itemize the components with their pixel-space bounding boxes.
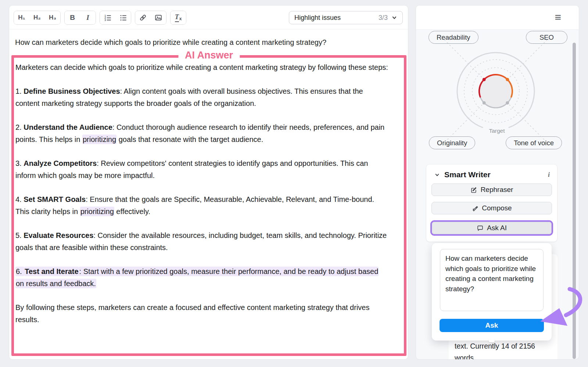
highlight-issues-label: Highlight issues [294, 14, 379, 22]
svg-text:3: 3 [105, 19, 106, 21]
ask-ai-highlight-outline: Ask AI [430, 220, 553, 236]
text-run: 1. [15, 87, 24, 95]
clear-format-group: Tx [170, 11, 186, 25]
text-run: effectively. [114, 207, 150, 215]
link-button[interactable] [135, 11, 151, 24]
chat-bubble-icon [477, 225, 484, 232]
emphasis-button-group: B I [64, 11, 96, 25]
rephraser-label: Rephraser [481, 186, 513, 194]
image-icon [155, 14, 162, 21]
text-run: Understand the Audience [24, 123, 112, 131]
assistant-sidebar: ≡ Readability SEO Originality Tone of vo… [416, 5, 579, 360]
info-icon[interactable]: i [548, 171, 550, 179]
ask-ai-popup: How can marketers decide which goals to … [432, 243, 552, 341]
editor-toolbar: H₁ H₂ H₃ B I 1 2 3 [9, 6, 408, 29]
menu-icon[interactable]: ≡ [555, 11, 561, 24]
seo-score-dot [506, 78, 509, 81]
italic-button[interactable]: I [80, 11, 96, 24]
text-run: Define Business Objectives [24, 87, 120, 95]
sidebar-header: ≡ [416, 6, 579, 30]
popup-notch [489, 339, 495, 342]
paragraph: 4. Set SMART Goals: Ensure that the goal… [15, 193, 388, 218]
insert-button-group [135, 11, 166, 25]
clear-formatting-icon: T [175, 13, 179, 22]
compose-label: Compose [482, 204, 512, 212]
highlight-issues-dropdown[interactable]: Highlight issues 3/3 [289, 11, 403, 24]
text-run: Marketers can decide which goals to prio… [15, 63, 388, 71]
smart-writer-title: Smart Writer [444, 170, 491, 179]
word-count-note: text. Currently 14 of 2156 words. [455, 340, 551, 360]
h2-button[interactable]: H₂ [29, 11, 45, 24]
ask-ai-label: Ask AI [487, 224, 507, 232]
ask-ai-button[interactable]: Ask AI [432, 222, 552, 234]
italic-icon: I [86, 14, 89, 22]
text-run: goals that resonate with the target audi… [116, 135, 263, 143]
text-run: 3. [15, 159, 24, 167]
paragraph: 3. Analyze Competitors: Review competito… [15, 157, 388, 182]
bold-button[interactable]: B [65, 11, 80, 24]
text-run: 2. [15, 123, 24, 131]
format-button-groups: H₁ H₂ H₃ B I 1 2 3 [14, 11, 186, 25]
originality-score-dot [483, 101, 486, 104]
sidebar-scrollbar[interactable] [573, 43, 576, 359]
text-run: 6. [15, 267, 24, 276]
unordered-list-button[interactable] [115, 11, 131, 24]
text-run: prioritizing [82, 135, 116, 144]
heading-button-group: H₁ H₂ H₃ [14, 11, 61, 25]
h1-button[interactable]: H₁ [14, 11, 29, 24]
paragraph: By following these steps, marketers can … [15, 302, 388, 326]
chevron-down-icon [391, 15, 397, 21]
text-run: Set SMART Goals [24, 195, 86, 203]
ordered-list-icon: 1 2 3 [104, 14, 111, 21]
smart-writer-card: Smart Writer i Rephraser Compose As [426, 164, 557, 242]
ai-answer-paragraphs: Marketers can decide which goals to prio… [15, 61, 388, 326]
paragraph: Marketers can decide which goals to prio… [15, 61, 388, 74]
highlight-issues-count: 3/3 [379, 14, 388, 22]
compose-icon [472, 205, 478, 212]
list-button-group: 1 2 3 [100, 11, 131, 25]
rephraser-button[interactable]: Rephraser [431, 184, 552, 196]
paragraph: 6. Test and Iterate: Start with a few pr… [15, 266, 388, 290]
text-run: Evaluate Resources [24, 231, 93, 239]
paragraph: 5. Evaluate Resources: Consider the avai… [15, 229, 388, 254]
editor-panel: H₁ H₂ H₃ B I 1 2 3 [9, 5, 408, 360]
unordered-list-icon [119, 14, 127, 21]
ask-submit-button[interactable]: Ask [440, 319, 544, 332]
text-run: Test and Iterate [24, 267, 79, 276]
image-button[interactable] [151, 11, 166, 24]
link-icon [139, 14, 147, 21]
paragraph: 2. Understand the Audience: Conduct thor… [15, 121, 388, 146]
ordered-list-button[interactable]: 1 2 3 [100, 11, 115, 24]
document-question: How can marketers decide which goals to … [15, 37, 402, 48]
tone-score-dot [506, 101, 509, 104]
readability-score-dot [483, 78, 486, 81]
compose-button[interactable]: Compose [431, 202, 552, 214]
text-run: 4. [15, 195, 24, 203]
smart-writer-header[interactable]: Smart Writer i [426, 164, 557, 184]
text-run: prioritizing [80, 207, 114, 216]
ask-question-input[interactable]: How can marketers decide which goals to … [440, 249, 544, 311]
text-run: 5. [15, 231, 24, 239]
ai-answer-box: AI Answer Marketers can decide which goa… [11, 55, 406, 356]
editor-content[interactable]: How can marketers decide which goals to … [9, 29, 408, 356]
text-run: Analyze Competitors [24, 159, 97, 167]
h3-button[interactable]: H₃ [45, 11, 60, 24]
paragraph: 1. Define Business Objectives: Align con… [15, 85, 388, 110]
text-run: By following these steps, marketers can … [15, 303, 369, 324]
ai-answer-label: AI Answer [178, 50, 240, 61]
score-gauge [444, 40, 547, 143]
gauge-target-label: Target [449, 128, 545, 134]
chevron-down-icon [434, 172, 440, 178]
rephraser-icon [470, 186, 477, 193]
clear-formatting-button[interactable]: Tx [171, 11, 186, 24]
